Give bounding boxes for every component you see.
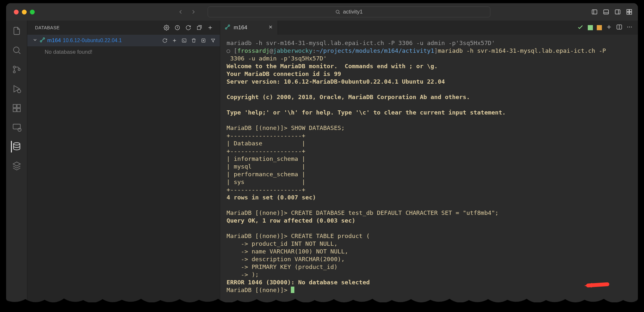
svg-rect-24 [182,39,186,42]
svg-rect-13 [13,105,16,108]
svg-point-23 [43,38,45,39]
svg-point-31 [631,27,632,28]
terminal-output[interactable]: mariadb -h svr-m164-31-mysql.lab.epai-ic… [220,35,638,302]
layers-icon[interactable] [11,160,22,172]
editor-area: m164 mariadb -h svr-m164-31-mysql.lab.ep… [220,21,638,302]
svg-point-19 [13,143,20,145]
close-tab-icon[interactable] [268,24,273,31]
svg-point-8 [13,47,19,53]
status-orange-icon[interactable] [597,25,602,30]
query-ok-line: Query OK, 1 row affected (0.003 sec) [227,217,355,224]
sql-create-database: CREATE DATABASE test_db DEFAULT CHARACTE… [291,209,498,216]
copyright-line: Copyright (c) 2000, 2018, Oracle, MariaD… [227,94,470,100]
run-debug-icon[interactable] [11,83,22,95]
source-control-icon[interactable] [11,64,22,75]
split-editor-icon[interactable] [616,24,622,32]
svg-point-29 [627,27,628,28]
delete-connection-icon[interactable] [190,37,197,44]
svg-point-11 [18,69,20,70]
close-window-button[interactable] [14,10,19,14]
new-query-icon[interactable] [171,37,178,44]
annotation-arrow-icon [580,270,612,301]
svg-rect-21 [197,26,201,30]
prompt-host: jabberwocky [273,47,313,54]
no-database-message: No database found! [27,46,220,55]
maximize-window-button[interactable] [30,10,35,14]
mariadb-prompt: MariaDB [(none)]> [227,287,291,293]
remote-explorer-icon[interactable] [11,122,22,133]
svg-rect-7 [630,12,632,14]
svg-rect-4 [627,10,629,12]
connection-tab-icon [225,24,230,32]
svg-point-9 [13,66,15,68]
filter-icon[interactable] [210,37,217,44]
svg-point-12 [17,90,21,93]
svg-point-30 [629,27,630,28]
welcome-line: Welcome to the MariaDB monitor. Commands… [227,63,438,69]
table-row: | sys | [227,179,305,185]
toggle-primary-sidebar-button[interactable] [591,8,598,15]
editor-actions [577,21,638,35]
svg-rect-14 [13,108,16,112]
help-line: Type 'help;' or '\h' for help. Type '\c'… [227,109,506,116]
settings-icon[interactable] [163,24,170,32]
nav-forward-button[interactable] [189,7,198,16]
connection-item[interactable]: m164 10.6.12-0ubuntu0.22.04.1 [27,35,220,46]
database-sidebar: DATABASE m164 10.6.12-0ubuntu0.22.04.1 [27,21,220,302]
extensions-icon[interactable] [11,102,22,114]
chevron-down-icon [32,37,38,44]
table-row: | performance_schema | [227,171,305,178]
connection-name: m164 [47,37,61,44]
error-line: ERROR 1046 (3D000): No database selected [227,279,370,286]
refresh-all-icon[interactable] [184,24,192,32]
status-green-icon[interactable] [588,25,593,30]
explorer-icon[interactable] [11,25,22,37]
activity-bar [6,21,27,302]
terminal-icon[interactable] [181,37,188,44]
new-file-icon[interactable] [606,24,612,32]
svg-point-22 [40,41,42,42]
database-view-icon[interactable] [11,141,22,152]
mariadb-prompt: MariaDB [(none)]> [227,124,291,131]
tab-m164[interactable]: m164 [220,21,278,35]
nav-arrows [176,7,198,16]
history-icon[interactable] [174,24,181,32]
table-row: | mysql | [227,163,305,170]
svg-rect-16 [17,105,20,108]
prompt-cmd: mariadb -h svr-m164-31-mysql.lab.epai-ic… [438,47,606,54]
svg-rect-5 [630,10,632,12]
svg-point-20 [166,27,167,29]
connection-active-icon [40,37,45,44]
customize-layout-button[interactable] [626,8,633,15]
svg-point-26 [225,28,227,29]
cursor-icon [291,287,294,293]
traffic-lights [14,10,35,14]
svg-rect-2 [604,10,609,14]
terminal-line: mariadb -h svr-m164-31-mysql.lab.epai-ic… [227,40,495,46]
rows-summary: 4 rows in set (0.007 sec) [227,194,316,201]
server-version-line: Server version: 10.6.12-MariaDB-0ubuntu0… [227,78,445,85]
check-icon[interactable] [577,23,584,32]
main-area: DATABASE m164 10.6.12-0ubuntu0.22.04.1 [6,21,638,302]
sql-show-databases: SHOW DATABASES; [291,124,344,131]
refresh-connection-icon[interactable] [161,37,168,44]
toggle-panel-button[interactable] [603,8,610,15]
search-view-icon[interactable] [11,44,22,56]
more-actions-icon[interactable] [626,24,633,32]
svg-rect-6 [627,12,629,14]
sidebar-header: DATABASE [27,21,220,35]
nav-back-button[interactable] [176,7,185,16]
svg-point-10 [13,71,15,73]
table-header: | Database | [227,140,305,147]
toggle-secondary-sidebar-button[interactable] [614,8,621,15]
app-window: activity1 DATABASE [6,3,638,302]
search-icon [335,9,340,14]
svg-point-27 [228,25,230,26]
command-center-search[interactable]: activity1 [208,6,490,17]
tab-label: m164 [234,24,247,31]
minimize-window-button[interactable] [22,10,27,14]
add-connection-icon[interactable] [206,24,214,32]
collapse-all-icon[interactable] [195,24,203,32]
search-text: activity1 [343,9,362,15]
export-icon[interactable] [200,37,207,44]
